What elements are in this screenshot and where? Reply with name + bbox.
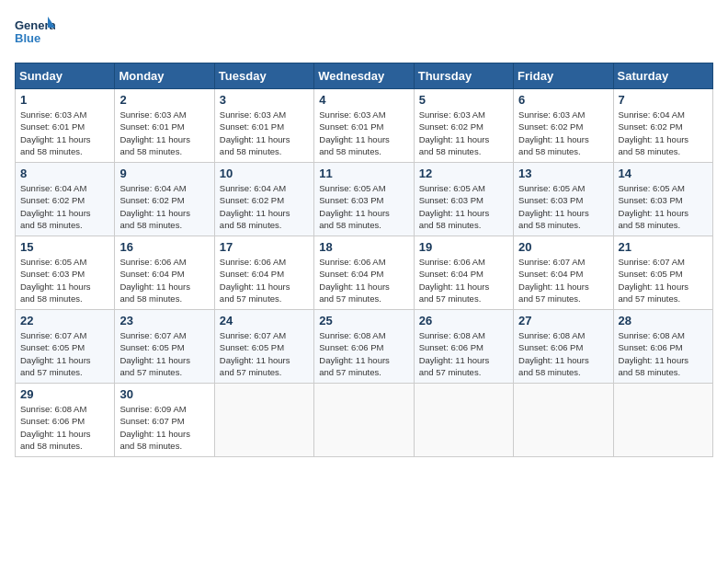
- calendar-day-cell: 6Sunrise: 6:03 AMSunset: 6:02 PMDaylight…: [514, 89, 613, 163]
- calendar-day-cell: 10Sunrise: 6:04 AMSunset: 6:02 PMDayligh…: [214, 163, 313, 236]
- day-info: Sunrise: 6:06 AMSunset: 6:04 PMDaylight:…: [119, 256, 209, 304]
- day-info: Sunrise: 6:05 AMSunset: 6:03 PMDaylight:…: [518, 182, 608, 231]
- calendar-week-row: 8Sunrise: 6:04 AMSunset: 6:02 PMDaylight…: [16, 163, 713, 236]
- calendar-day-cell: 24Sunrise: 6:07 AMSunset: 6:05 PMDayligh…: [214, 310, 313, 384]
- calendar-day-cell: 9Sunrise: 6:04 AMSunset: 6:02 PMDaylight…: [115, 163, 214, 236]
- day-number: 23: [119, 314, 209, 327]
- calendar-day-cell: [613, 384, 712, 457]
- day-number: 5: [419, 93, 508, 107]
- calendar-day-cell: [414, 384, 513, 457]
- calendar-week-row: 15Sunrise: 6:05 AMSunset: 6:03 PMDayligh…: [16, 236, 713, 310]
- calendar-day-cell: 19Sunrise: 6:06 AMSunset: 6:04 PMDayligh…: [414, 236, 513, 310]
- calendar-day-cell: 21Sunrise: 6:07 AMSunset: 6:05 PMDayligh…: [613, 236, 712, 310]
- calendar-week-row: 1Sunrise: 6:03 AMSunset: 6:01 PMDaylight…: [16, 89, 713, 163]
- weekday-header: Wednesday: [314, 63, 414, 89]
- day-number: 21: [619, 240, 708, 254]
- calendar-day-cell: 15Sunrise: 6:05 AMSunset: 6:03 PMDayligh…: [16, 236, 115, 310]
- day-info: Sunrise: 6:07 AMSunset: 6:05 PMDaylight:…: [619, 256, 708, 304]
- page-header: General Blue: [15, 15, 713, 52]
- day-number: 25: [319, 314, 408, 327]
- calendar-day-cell: [314, 384, 414, 457]
- day-info: Sunrise: 6:05 AMSunset: 6:03 PMDaylight:…: [619, 182, 708, 231]
- day-info: Sunrise: 6:03 AMSunset: 6:02 PMDaylight:…: [518, 109, 608, 157]
- calendar-day-cell: 13Sunrise: 6:05 AMSunset: 6:03 PMDayligh…: [514, 163, 613, 236]
- day-info: Sunrise: 6:05 AMSunset: 6:03 PMDaylight:…: [419, 182, 508, 231]
- calendar-day-cell: 22Sunrise: 6:07 AMSunset: 6:05 PMDayligh…: [16, 310, 115, 384]
- day-info: Sunrise: 6:07 AMSunset: 6:04 PMDaylight:…: [518, 256, 608, 304]
- weekday-header: Sunday: [16, 63, 115, 89]
- weekday-header: Saturday: [613, 63, 712, 89]
- calendar-day-cell: 23Sunrise: 6:07 AMSunset: 6:05 PMDayligh…: [115, 310, 214, 384]
- day-info: Sunrise: 6:03 AMSunset: 6:01 PMDaylight:…: [119, 109, 209, 157]
- calendar-day-cell: 7Sunrise: 6:04 AMSunset: 6:02 PMDaylight…: [613, 89, 712, 163]
- calendar-day-cell: 2Sunrise: 6:03 AMSunset: 6:01 PMDaylight…: [115, 89, 214, 163]
- day-info: Sunrise: 6:09 AMSunset: 6:07 PMDaylight:…: [119, 403, 209, 452]
- weekday-header: Friday: [514, 63, 613, 89]
- calendar-day-cell: 14Sunrise: 6:05 AMSunset: 6:03 PMDayligh…: [613, 163, 712, 236]
- day-number: 11: [319, 167, 408, 180]
- calendar-day-cell: 26Sunrise: 6:08 AMSunset: 6:06 PMDayligh…: [414, 310, 513, 384]
- day-info: Sunrise: 6:08 AMSunset: 6:06 PMDaylight:…: [419, 329, 508, 378]
- day-number: 24: [220, 314, 309, 327]
- calendar-day-cell: 18Sunrise: 6:06 AMSunset: 6:04 PMDayligh…: [314, 236, 414, 310]
- day-info: Sunrise: 6:04 AMSunset: 6:02 PMDaylight:…: [220, 182, 309, 231]
- day-info: Sunrise: 6:08 AMSunset: 6:06 PMDaylight:…: [619, 329, 708, 378]
- logo-svg: General Blue: [15, 15, 55, 52]
- day-number: 3: [220, 93, 309, 107]
- logo: General Blue: [15, 15, 55, 52]
- day-number: 18: [319, 240, 408, 254]
- day-number: 28: [619, 314, 708, 327]
- day-number: 7: [619, 93, 708, 107]
- weekday-header: Thursday: [414, 63, 513, 89]
- calendar-day-cell: 30Sunrise: 6:09 AMSunset: 6:07 PMDayligh…: [115, 384, 214, 457]
- calendar-day-cell: 17Sunrise: 6:06 AMSunset: 6:04 PMDayligh…: [214, 236, 313, 310]
- day-info: Sunrise: 6:04 AMSunset: 6:02 PMDaylight:…: [20, 182, 109, 231]
- day-number: 10: [220, 167, 309, 180]
- calendar-day-cell: 29Sunrise: 6:08 AMSunset: 6:06 PMDayligh…: [16, 384, 115, 457]
- day-info: Sunrise: 6:05 AMSunset: 6:03 PMDaylight:…: [319, 182, 408, 231]
- day-number: 4: [319, 93, 408, 107]
- day-number: 8: [20, 167, 109, 180]
- day-info: Sunrise: 6:08 AMSunset: 6:06 PMDaylight:…: [518, 329, 608, 378]
- calendar-day-cell: 8Sunrise: 6:04 AMSunset: 6:02 PMDaylight…: [16, 163, 115, 236]
- calendar-day-cell: 5Sunrise: 6:03 AMSunset: 6:02 PMDaylight…: [414, 89, 513, 163]
- calendar-day-cell: 20Sunrise: 6:07 AMSunset: 6:04 PMDayligh…: [514, 236, 613, 310]
- calendar-day-cell: 11Sunrise: 6:05 AMSunset: 6:03 PMDayligh…: [314, 163, 414, 236]
- calendar-table: SundayMondayTuesdayWednesdayThursdayFrid…: [15, 63, 713, 457]
- calendar-day-cell: 25Sunrise: 6:08 AMSunset: 6:06 PMDayligh…: [314, 310, 414, 384]
- day-info: Sunrise: 6:04 AMSunset: 6:02 PMDaylight:…: [119, 182, 209, 231]
- calendar-day-cell: 1Sunrise: 6:03 AMSunset: 6:01 PMDaylight…: [16, 89, 115, 163]
- day-number: 19: [419, 240, 508, 254]
- weekday-header: Tuesday: [214, 63, 313, 89]
- calendar-day-cell: 27Sunrise: 6:08 AMSunset: 6:06 PMDayligh…: [514, 310, 613, 384]
- day-info: Sunrise: 6:08 AMSunset: 6:06 PMDaylight:…: [20, 403, 109, 452]
- calendar-day-cell: 28Sunrise: 6:08 AMSunset: 6:06 PMDayligh…: [613, 310, 712, 384]
- weekday-header: Monday: [115, 63, 214, 89]
- day-info: Sunrise: 6:07 AMSunset: 6:05 PMDaylight:…: [119, 329, 209, 378]
- svg-text:Blue: Blue: [15, 31, 40, 45]
- day-number: 16: [119, 240, 209, 254]
- day-info: Sunrise: 6:03 AMSunset: 6:01 PMDaylight:…: [220, 109, 309, 157]
- day-number: 14: [619, 167, 708, 180]
- day-info: Sunrise: 6:07 AMSunset: 6:05 PMDaylight:…: [20, 329, 109, 378]
- calendar-day-cell: 3Sunrise: 6:03 AMSunset: 6:01 PMDaylight…: [214, 89, 313, 163]
- day-number: 1: [20, 93, 109, 107]
- day-info: Sunrise: 6:06 AMSunset: 6:04 PMDaylight:…: [419, 256, 508, 304]
- day-info: Sunrise: 6:06 AMSunset: 6:04 PMDaylight:…: [220, 256, 309, 304]
- day-number: 20: [518, 240, 608, 254]
- day-info: Sunrise: 6:04 AMSunset: 6:02 PMDaylight:…: [619, 109, 708, 157]
- day-number: 30: [119, 387, 209, 401]
- day-number: 17: [220, 240, 309, 254]
- calendar-day-cell: 16Sunrise: 6:06 AMSunset: 6:04 PMDayligh…: [115, 236, 214, 310]
- day-info: Sunrise: 6:07 AMSunset: 6:05 PMDaylight:…: [220, 329, 309, 378]
- day-number: 12: [419, 167, 508, 180]
- day-number: 22: [20, 314, 109, 327]
- calendar-week-row: 22Sunrise: 6:07 AMSunset: 6:05 PMDayligh…: [16, 310, 713, 384]
- calendar-day-cell: [214, 384, 313, 457]
- day-number: 9: [119, 167, 209, 180]
- calendar-header-row: SundayMondayTuesdayWednesdayThursdayFrid…: [16, 63, 713, 89]
- day-number: 6: [518, 93, 608, 107]
- day-info: Sunrise: 6:06 AMSunset: 6:04 PMDaylight:…: [319, 256, 408, 304]
- day-info: Sunrise: 6:03 AMSunset: 6:01 PMDaylight:…: [319, 109, 408, 157]
- day-number: 13: [518, 167, 608, 180]
